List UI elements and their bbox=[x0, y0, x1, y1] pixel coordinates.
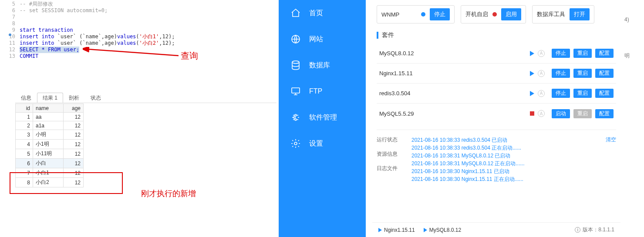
service-row: MySQL5.5.29A启动重启配置 bbox=[377, 103, 616, 124]
card-dbtool-label: 数据库工具 bbox=[537, 10, 565, 18]
nav-software[interactable]: 软件管理 bbox=[279, 104, 366, 130]
ftp-icon bbox=[290, 86, 301, 97]
tab-1[interactable]: 结果 1 bbox=[37, 93, 63, 103]
log-category[interactable]: 运行状态 bbox=[377, 136, 411, 144]
svc-btn-重启[interactable]: 重启 bbox=[573, 89, 592, 98]
play-icon bbox=[424, 228, 427, 232]
auto-icon[interactable]: A bbox=[538, 90, 545, 97]
nav-db[interactable]: 数据库 bbox=[279, 52, 366, 78]
svg-point-5 bbox=[295, 114, 297, 116]
svg-point-3 bbox=[292, 61, 299, 63]
svc-btn-配置[interactable]: 配置 bbox=[595, 69, 614, 78]
table-row[interactable]: 6小白12 bbox=[16, 159, 84, 168]
svg-rect-4 bbox=[292, 88, 300, 93]
svc-btn-重启[interactable]: 重启 bbox=[573, 109, 592, 118]
wnmp-stop-button[interactable]: 停止 bbox=[430, 8, 450, 20]
log-line: 2021-08-16 10:38:31 MySQL8.0.12 已启动 bbox=[411, 152, 606, 160]
gutter-marker-icon bbox=[9, 33, 11, 36]
log-category[interactable]: 日志文件 bbox=[377, 165, 411, 172]
play-icon[interactable] bbox=[530, 71, 534, 76]
status-cards: WNMP 停止 开机自启 启用 数据库工具 打开 bbox=[377, 5, 620, 23]
nav-site[interactable]: 网站 bbox=[279, 26, 366, 52]
table-row[interactable]: 1aa12 bbox=[16, 113, 84, 121]
service-row: redis3.0.504A停止重启配置 bbox=[377, 83, 616, 103]
settings-icon bbox=[290, 138, 301, 149]
col-age[interactable]: age bbox=[64, 104, 84, 113]
svc-btn-配置[interactable]: 配置 bbox=[595, 109, 614, 118]
annotation-new-rows: 刚才执行的新增 bbox=[141, 188, 196, 199]
svc-btn-停止[interactable]: 停止 bbox=[552, 89, 570, 98]
play-icon[interactable] bbox=[530, 91, 534, 96]
annotation-box bbox=[10, 172, 123, 194]
log-line: 2021-08-16 10:38:33 redis3.0.504 已启动 bbox=[411, 136, 606, 144]
service-row: Nginx1.15.11A停止重启配置 bbox=[377, 63, 616, 83]
result-tabs: 信息结果 1剖析状态 bbox=[15, 93, 276, 103]
software-icon bbox=[290, 112, 301, 123]
log-panel: 运行状态资源信息日志文件 2021-08-16 10:38:33 redis3.… bbox=[377, 130, 616, 183]
service-row: MySQL8.0.12A停止重启配置 bbox=[377, 43, 616, 63]
svc-btn-启动[interactable]: 启动 bbox=[552, 109, 570, 118]
info-icon: i bbox=[575, 227, 580, 233]
auto-icon[interactable]: A bbox=[538, 110, 545, 117]
footer-mysql[interactable]: MySQL8.0.12 bbox=[424, 227, 461, 233]
table-row[interactable]: 5小11明12 bbox=[16, 149, 84, 159]
table-row[interactable]: 2a1a12 bbox=[16, 121, 84, 130]
tab-2[interactable]: 剖析 bbox=[63, 93, 85, 103]
footer-nginx[interactable]: Nginx1.15.11 bbox=[378, 227, 415, 233]
suite-section-title: 套件 bbox=[377, 31, 620, 39]
card-autostart: 开机自启 启用 bbox=[461, 5, 526, 23]
status-dot-icon bbox=[492, 12, 497, 17]
col-name[interactable]: name bbox=[33, 104, 64, 113]
line-gutter: 5678910111213 bbox=[0, 0, 20, 91]
svg-point-6 bbox=[295, 119, 297, 120]
svc-btn-配置[interactable]: 配置 bbox=[595, 49, 614, 58]
dbtool-open-button[interactable]: 打开 bbox=[570, 8, 590, 20]
log-line: 2021-08-16 10:38:30 Nginx1.15.11 正在启动...… bbox=[411, 175, 606, 183]
tab-0[interactable]: 信息 bbox=[15, 93, 37, 103]
log-line: 2021-08-16 10:38:30 Nginx1.15.11 已启动 bbox=[411, 167, 606, 175]
annotation-query: 查询 bbox=[181, 50, 198, 62]
svc-btn-重启[interactable]: 重启 bbox=[573, 49, 592, 58]
home-icon bbox=[290, 7, 301, 19]
svg-point-8 bbox=[294, 142, 297, 145]
table-row[interactable]: 4小1明12 bbox=[16, 140, 84, 149]
status-dot-icon bbox=[421, 12, 425, 17]
tab-3[interactable]: 状态 bbox=[85, 93, 107, 103]
play-icon bbox=[378, 228, 382, 232]
right-sliver: 4) 明 bbox=[622, 0, 644, 237]
service-name: MySQL5.5.29 bbox=[379, 110, 530, 117]
services-list: MySQL8.0.12A停止重启配置Nginx1.15.11A停止重启配置red… bbox=[372, 43, 620, 124]
svc-btn-重启[interactable]: 重启 bbox=[573, 69, 592, 78]
table-row[interactable]: 3小明12 bbox=[16, 130, 84, 140]
service-name: MySQL8.0.12 bbox=[379, 50, 530, 57]
log-lines: 2021-08-16 10:38:33 redis3.0.504 已启动2021… bbox=[411, 136, 606, 183]
db-icon bbox=[290, 60, 301, 71]
card-wnmp-label: WNMP bbox=[381, 11, 399, 18]
svc-btn-停止[interactable]: 停止 bbox=[552, 49, 570, 58]
control-panel: WNMP 停止 开机自启 启用 数据库工具 打开 套件 MySQL8.0.12A… bbox=[372, 0, 620, 237]
col-id[interactable]: id bbox=[16, 104, 33, 113]
log-line: 2021-08-16 10:38:33 redis3.0.504 正在启动...… bbox=[411, 144, 606, 152]
footer-bar: Nginx1.15.11 MySQL8.0.12 i版本：8.1.1.1 bbox=[372, 222, 620, 237]
footer-version: i版本：8.1.1.1 bbox=[575, 226, 614, 234]
card-wnmp: WNMP 停止 bbox=[377, 5, 455, 23]
table-header-row: id name age bbox=[16, 104, 84, 113]
auto-icon[interactable]: A bbox=[538, 50, 545, 57]
code-area[interactable]: -- #局部修改 -- set SESSION autocommit=0; st… bbox=[20, 0, 279, 91]
log-category[interactable]: 资源信息 bbox=[377, 150, 411, 158]
svg-point-7 bbox=[293, 117, 295, 118]
svc-btn-配置[interactable]: 配置 bbox=[595, 89, 614, 98]
svc-btn-停止[interactable]: 停止 bbox=[552, 69, 570, 78]
auto-icon[interactable]: A bbox=[538, 70, 545, 77]
nav-settings[interactable]: 设置 bbox=[279, 130, 366, 157]
play-icon[interactable] bbox=[530, 51, 534, 56]
autostart-enable-button[interactable]: 启用 bbox=[501, 8, 521, 20]
log-clear-button[interactable]: 清空 bbox=[606, 136, 616, 183]
nav-home[interactable]: 首页 bbox=[279, 0, 366, 26]
stop-icon[interactable] bbox=[530, 111, 534, 116]
sql-editor[interactable]: 5678910111213 -- #局部修改 -- set SESSION au… bbox=[0, 0, 279, 91]
service-name: redis3.0.504 bbox=[379, 90, 530, 97]
log-categories: 运行状态资源信息日志文件 bbox=[377, 136, 411, 183]
nav-ftp[interactable]: FTP bbox=[279, 78, 366, 104]
site-icon bbox=[290, 33, 301, 45]
